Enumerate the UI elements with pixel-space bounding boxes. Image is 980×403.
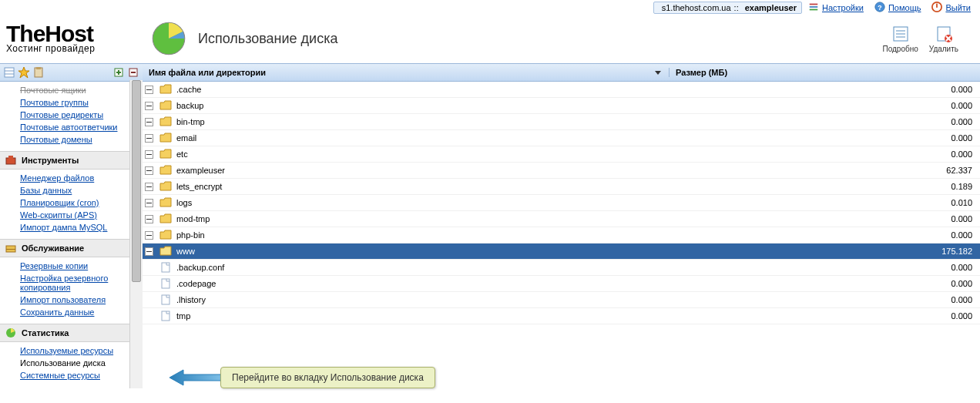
header: TheHost Хостинг провайдер Использование … (0, 15, 980, 63)
row-size: 62.337 (667, 166, 980, 175)
sidebar-item[interactable]: Сохранить данные (20, 307, 94, 317)
settings-button[interactable]: Настройки (804, 2, 868, 14)
table-row[interactable]: .lhistory0.000 (143, 292, 980, 308)
svg-rect-59 (162, 279, 169, 288)
expand-icon[interactable] (143, 231, 155, 240)
column-size-header[interactable]: Размер (МБ) (669, 68, 980, 77)
sidebar-group-header[interactable]: Статистика (0, 324, 143, 342)
expand-all-icon[interactable] (112, 66, 125, 79)
table-row[interactable]: lets_encrypt0.189 (143, 179, 980, 195)
column-name-header[interactable]: Имя файла или директории (143, 68, 669, 77)
server-name: s1.thehost.com.ua (662, 3, 731, 12)
sidebar-item[interactable]: Web-скрипты (APS) (20, 210, 97, 220)
sidebar-scrollbar[interactable] (129, 80, 143, 388)
sidebar-item[interactable]: Менеджер файлов (20, 173, 94, 183)
svg-rect-61 (162, 311, 169, 321)
expand-icon[interactable] (143, 118, 155, 126)
row-size: 0.000 (667, 101, 980, 110)
folder-icon (159, 230, 172, 240)
expand-icon[interactable] (143, 199, 155, 207)
folder-icon (159, 197, 172, 208)
expand-icon[interactable] (143, 247, 155, 256)
detail-button[interactable]: Подробно (883, 25, 918, 53)
expand-icon[interactable] (143, 183, 155, 191)
table-row[interactable]: .backup.conf0.000 (143, 260, 980, 276)
logo: TheHost Хостинг провайдер (6, 23, 149, 54)
table-row[interactable]: bin-tmp0.000 (143, 114, 980, 130)
folder-icon (159, 181, 172, 192)
clipboard-icon[interactable] (32, 66, 45, 79)
table-row[interactable]: mod-tmp0.000 (143, 211, 980, 227)
main-panel: Имя файла или директории Размер (МБ) .ca… (143, 63, 980, 388)
row-name: tmp (176, 311, 667, 321)
expand-icon[interactable] (143, 166, 155, 175)
table-row[interactable]: php-bin0.000 (143, 227, 980, 243)
svg-rect-31 (6, 158, 15, 164)
table-row[interactable]: .cache0.000 (143, 82, 980, 98)
sidebar-item[interactable]: Почтовые ящики (20, 86, 86, 95)
svg-rect-60 (162, 295, 169, 304)
sidebar-item[interactable]: Почтовые домены (20, 135, 92, 144)
sidebar-item[interactable]: Импорт дампа MySQL (20, 223, 107, 232)
hint-text: Перейдите во вкладку Использование диска (220, 367, 435, 388)
expand-icon[interactable] (143, 150, 155, 159)
table-row[interactable]: email0.000 (143, 130, 980, 146)
svg-text:?: ? (878, 4, 881, 12)
disk-usage-icon (149, 18, 189, 59)
table-row[interactable]: tmp0.000 (143, 308, 980, 324)
sidebar-item[interactable]: Настройка резервного копирования (20, 274, 108, 292)
svg-rect-58 (162, 263, 169, 272)
table-row[interactable]: www175.182 (143, 243, 980, 260)
table-row[interactable]: .codepage0.000 (143, 276, 980, 292)
row-name: logs (176, 198, 667, 207)
row-name: backup (176, 101, 667, 110)
expand-icon[interactable] (143, 215, 155, 223)
folder-icon (159, 133, 172, 143)
sidebar-item[interactable]: Используемые ресурсы (20, 346, 113, 355)
folder-icon (159, 165, 172, 176)
file-icon (159, 311, 172, 321)
hint-callout: Перейдите во вкладку Использование диска (169, 366, 435, 388)
svg-marker-23 (18, 67, 29, 78)
table-row[interactable]: backup0.000 (143, 98, 980, 114)
row-size: 0.000 (667, 149, 980, 159)
settings-label[interactable]: Настройки (822, 3, 864, 12)
help-button[interactable]: ? Помощь (870, 2, 926, 14)
expand-icon[interactable] (143, 86, 155, 94)
help-label[interactable]: Помощь (888, 3, 921, 12)
group-icon (5, 242, 17, 254)
sidebar-item[interactable]: Почтовые группы (20, 98, 89, 107)
row-name: exampleuser (176, 166, 667, 175)
delete-button[interactable]: Удалить (929, 25, 958, 53)
collapse-all-icon[interactable] (127, 66, 139, 79)
logout-button[interactable]: Выйти (927, 2, 975, 14)
svg-rect-3 (810, 4, 818, 5)
table-row[interactable]: etc0.000 (143, 146, 980, 163)
row-name: www (176, 247, 667, 256)
sidebar-item[interactable]: Планировщик (cron) (20, 198, 99, 207)
logout-label[interactable]: Выйти (945, 3, 971, 12)
svg-rect-5 (810, 9, 818, 11)
svg-rect-20 (5, 68, 14, 77)
sidebar-item[interactable]: Использование диска (20, 358, 106, 368)
sidebar-item[interactable]: Базы данных (20, 186, 72, 195)
scrollbar-thumb[interactable] (132, 80, 141, 282)
tree-view-icon[interactable] (3, 66, 15, 79)
folder-icon (159, 149, 172, 160)
table-row[interactable]: logs0.010 (143, 195, 980, 211)
svg-rect-25 (36, 67, 41, 69)
sidebar-item[interactable]: Импорт пользователя (20, 295, 106, 304)
sidebar-group-header[interactable]: Инструменты (0, 151, 143, 170)
row-name: .cache (176, 85, 667, 94)
favorite-icon[interactable] (18, 66, 30, 79)
sidebar-item[interactable]: Резервные копии (20, 261, 88, 270)
expand-icon[interactable] (143, 102, 155, 110)
sidebar-item[interactable]: Системные ресурсы (20, 371, 100, 380)
sidebar-group-header[interactable]: Обслуживание (0, 239, 143, 257)
expand-icon[interactable] (143, 134, 155, 143)
svg-rect-9 (937, 4, 938, 8)
sidebar-item[interactable]: Почтовые редиректы (20, 110, 103, 119)
sidebar-item[interactable]: Почтовые автоответчики (20, 123, 117, 132)
table-row[interactable]: exampleuser62.337 (143, 163, 980, 179)
row-name: php-bin (176, 230, 667, 240)
